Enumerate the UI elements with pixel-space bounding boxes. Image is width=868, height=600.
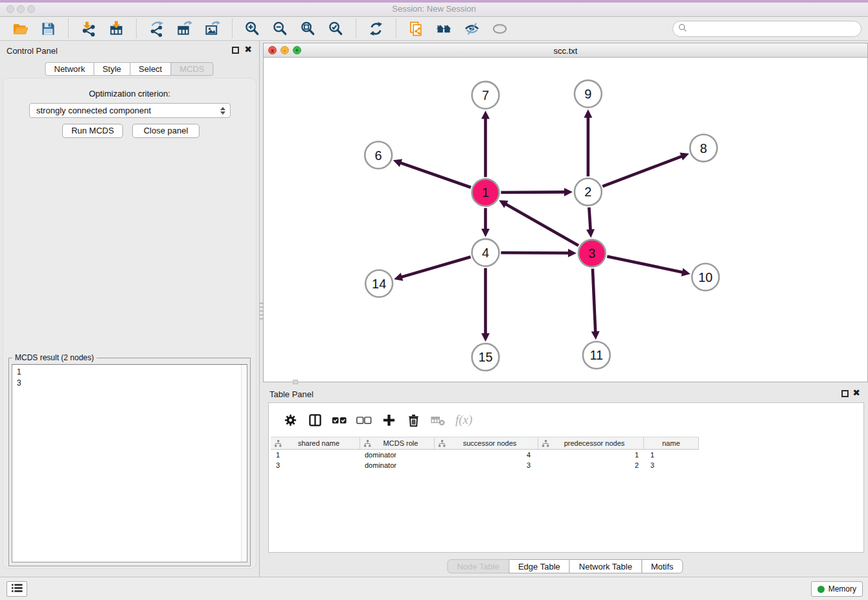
edge-arrowhead <box>584 110 592 118</box>
table-panel-title: Table Panel <box>269 389 314 399</box>
refresh-icon[interactable] <box>367 20 385 38</box>
add-row-icon[interactable] <box>381 412 396 428</box>
homes-icon[interactable] <box>435 20 453 38</box>
import-network-icon[interactable] <box>80 20 97 38</box>
tab-mcds[interactable]: MCDS <box>170 62 213 76</box>
graph-node-10[interactable]: 10 <box>692 264 719 291</box>
edge-4-3[interactable] <box>501 253 569 253</box>
graph-node-6[interactable]: 6 <box>365 141 392 168</box>
table-cell[interactable]: dominator <box>360 460 435 470</box>
task-history-button[interactable] <box>6 581 27 597</box>
mcds-result-area[interactable]: 1 3 <box>12 364 247 562</box>
column-header-MCDS-role[interactable]: MCDS role <box>360 437 435 449</box>
graph-node-7[interactable]: 7 <box>472 82 499 109</box>
column-header-predecessor-nodes[interactable]: predecessor nodes <box>538 437 644 449</box>
run-mcds-button[interactable]: Run MCDS <box>62 124 123 138</box>
export-table-icon[interactable] <box>176 20 193 38</box>
table-cell[interactable]: dominator <box>360 450 435 460</box>
export-image-icon[interactable] <box>203 20 221 38</box>
open-folder-icon[interactable] <box>12 20 29 38</box>
edge-3-11[interactable] <box>593 269 595 333</box>
toolbar-separator <box>396 19 396 38</box>
table-close-icon[interactable]: ✖ <box>852 387 860 398</box>
toggle-panel-icon[interactable] <box>307 412 323 428</box>
graph-node-2[interactable]: 2 <box>575 178 602 205</box>
tab-node-table[interactable]: Node Table <box>447 559 509 573</box>
zoom-in-icon[interactable] <box>244 20 261 38</box>
tab-network-table[interactable]: Network Table <box>569 559 642 573</box>
tab-network[interactable]: Network <box>45 62 94 76</box>
edge-3-10[interactable] <box>607 257 683 273</box>
hide-eye-icon[interactable] <box>463 20 481 38</box>
toolbar-separator <box>356 19 356 38</box>
table-cell[interactable]: 3 <box>271 460 360 470</box>
table-cell[interactable]: 2 <box>538 460 644 470</box>
result-scrollbar[interactable] <box>241 365 247 562</box>
svg-text:15: 15 <box>478 350 492 364</box>
deselect-all-icon[interactable] <box>356 412 372 428</box>
main-toolbar-icons <box>6 19 514 38</box>
edge-4-14[interactable] <box>401 257 471 277</box>
search-input[interactable] <box>691 23 861 35</box>
zoom-fit-icon[interactable] <box>299 20 317 38</box>
import-table-icon[interactable] <box>108 20 125 38</box>
graph-node-11[interactable]: 11 <box>583 341 610 369</box>
svg-text:10: 10 <box>698 270 713 284</box>
mcds-result-legend: MCDS result (2 nodes) <box>12 353 97 362</box>
table-cell[interactable]: 1 <box>538 450 644 460</box>
optimization-criterion-select[interactable]: strongly connected component <box>29 103 231 118</box>
zoom-out-icon[interactable] <box>271 20 289 38</box>
tab-edge-table[interactable]: Edge Table <box>508 559 570 573</box>
table-cell[interactable]: 3 <box>644 460 699 470</box>
zoom-selected-icon[interactable] <box>327 20 345 38</box>
export-network-icon[interactable] <box>148 20 165 38</box>
window-accent-strip <box>0 0 868 3</box>
hierarchy-icon <box>275 440 282 447</box>
select-all-icon[interactable] <box>332 412 347 428</box>
memory-button[interactable]: Memory <box>811 581 863 597</box>
tab-motifs[interactable]: Motifs <box>641 559 683 573</box>
edge-arrowhead <box>481 229 490 237</box>
close-panel-icon[interactable]: ✖ <box>244 44 252 54</box>
table-cell[interactable]: 4 <box>435 450 538 460</box>
column-header-successor-nodes[interactable]: successor nodes <box>435 437 538 449</box>
column-header-name[interactable]: name <box>644 437 699 449</box>
mcds-result-text: 1 3 <box>17 367 21 389</box>
graph-node-1[interactable]: 1 <box>472 179 499 206</box>
delete-row-icon[interactable] <box>405 412 421 428</box>
node-table-container: f(x) shared nameMCDS rolesuccessor nodes… <box>268 402 864 553</box>
control-panel-tabs: NetworkStyleSelectMCDS <box>45 62 213 76</box>
edge-1-6[interactable] <box>400 163 471 187</box>
svg-text:8: 8 <box>700 141 707 156</box>
table-float-icon[interactable] <box>841 390 849 397</box>
tab-select[interactable]: Select <box>130 62 171 76</box>
horizontal-splitter-handle[interactable] <box>293 380 298 384</box>
edge-2-8[interactable] <box>602 156 682 187</box>
network-canvas[interactable]: 7968124314101511 <box>264 58 867 382</box>
column-settings-icon[interactable] <box>282 412 298 428</box>
show-eye-icon[interactable] <box>491 20 508 38</box>
table-cell[interactable]: 1 <box>271 450 360 460</box>
edge-3-1[interactable] <box>505 203 578 246</box>
graph-node-15[interactable]: 15 <box>472 343 499 371</box>
save-icon[interactable] <box>40 20 57 38</box>
graph-node-3[interactable]: 3 <box>578 240 606 267</box>
float-panel-icon[interactable] <box>232 47 239 54</box>
close-panel-button[interactable]: Close panel <box>132 124 200 138</box>
open-session-icon[interactable] <box>407 20 425 38</box>
table-cell[interactable]: 1 <box>644 450 699 460</box>
network-window-titlebar[interactable]: x - + scc.txt <box>264 43 867 58</box>
table-row[interactable]: 1dominator411 <box>271 450 862 460</box>
edge-1-2[interactable] <box>501 192 565 192</box>
edge-arrowhead <box>681 268 691 277</box>
column-header-shared-name[interactable]: shared name <box>271 437 360 449</box>
graph-node-9[interactable]: 9 <box>575 80 602 108</box>
table-row[interactable]: 3dominator323 <box>271 460 862 470</box>
search-field[interactable] <box>672 21 862 37</box>
graph-node-14[interactable]: 14 <box>365 270 393 297</box>
graph-node-8[interactable]: 8 <box>690 135 717 162</box>
tab-style[interactable]: Style <box>93 62 130 76</box>
graph-node-4[interactable]: 4 <box>472 239 499 266</box>
table-cell[interactable]: 3 <box>435 460 538 470</box>
edge-2-3[interactable] <box>589 207 590 231</box>
